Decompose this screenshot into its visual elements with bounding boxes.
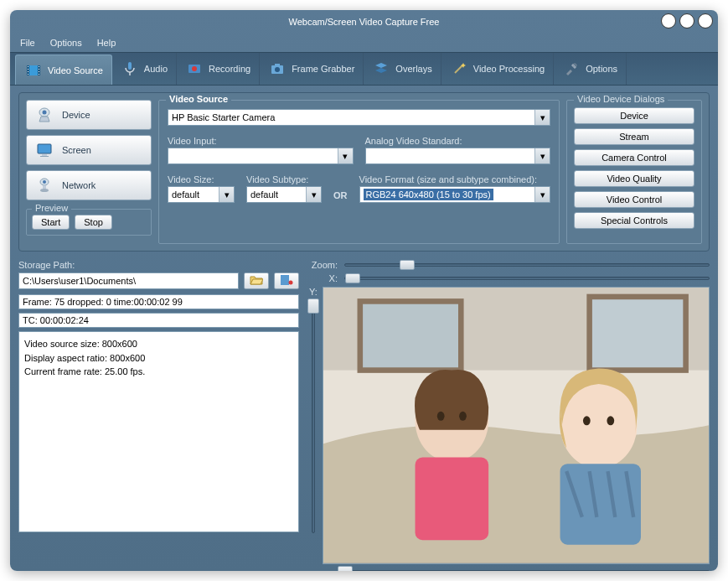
device-button[interactable]: Device (26, 100, 152, 130)
svg-rect-9 (39, 71, 39, 72)
button-label: Screen (62, 145, 91, 155)
x-label: X: (307, 273, 338, 283)
video-subtype-label: Video Subtype: (246, 174, 322, 184)
slider-thumb[interactable] (400, 260, 415, 270)
dialog-device-button[interactable]: Device (574, 107, 694, 124)
dialog-special-controls-button[interactable]: Special Controls (574, 212, 694, 229)
source-column: Device Screen Network Preview Start Stop (26, 100, 152, 244)
bottom-area: Storage Path: Frame: 75 dropped: 0 time:… (18, 260, 710, 571)
close-button[interactable]: ✕ (698, 13, 713, 29)
svg-rect-10 (39, 74, 39, 75)
chevron-down-icon: ▾ (534, 110, 550, 125)
svg-rect-11 (128, 62, 132, 70)
svg-point-28 (40, 189, 49, 192)
tab-label: Audio (144, 64, 168, 74)
dialog-video-control-button[interactable]: Video Control (574, 191, 694, 208)
video-format-combo[interactable]: RGB24 640x480 (15 to 30 fps) ▾ (359, 186, 551, 203)
minimize-button[interactable]: – (661, 13, 676, 29)
svg-rect-34 (590, 297, 686, 371)
svg-point-16 (275, 67, 280, 72)
y-label: Y: (309, 287, 318, 297)
zoom-slider[interactable] (344, 263, 710, 267)
tab-overlays[interactable]: Overlays (364, 53, 441, 85)
folder-open-icon (250, 274, 263, 288)
dialog-camera-control-button[interactable]: Camera Control (574, 149, 694, 166)
svg-point-36 (437, 412, 445, 421)
slider-thumb[interactable] (307, 298, 319, 314)
svg-rect-8 (39, 69, 39, 70)
combo-value: default (172, 189, 199, 200)
record-to-file-button[interactable] (274, 272, 299, 289)
dialog-video-quality-button[interactable]: Video Quality (574, 170, 694, 187)
preview-start-button[interactable]: Start (32, 215, 70, 230)
top-panel: Device Screen Network Preview Start Stop (18, 92, 710, 252)
video-size-combo[interactable]: default ▾ (168, 186, 235, 203)
chevron-down-icon: ▾ (338, 148, 353, 163)
slider-thumb[interactable] (345, 273, 360, 283)
x-slider[interactable] (344, 277, 710, 280)
menu-help[interactable]: Help (97, 38, 116, 48)
video-input-combo[interactable]: ▾ (168, 148, 354, 164)
menu-options[interactable]: Options (50, 38, 82, 48)
video-input-label: Video Input: (168, 136, 354, 146)
menubar: File Options Help (10, 34, 718, 52)
video-source-fieldset: Video Source HP Basic Starter Camera ▾ V… (158, 100, 560, 244)
chevron-down-icon: ▾ (534, 148, 550, 163)
svg-point-40 (583, 416, 591, 425)
chevron-down-icon: ▾ (534, 187, 550, 202)
log-box: Video source size: 800x600 Display aspec… (18, 331, 299, 532)
app-window: Webcam/Screen Video Capture Free – ▢ ✕ F… (10, 10, 718, 571)
window-controls: – ▢ ✕ (661, 13, 713, 29)
analog-standard-combo[interactable]: ▾ (365, 148, 551, 164)
svg-rect-3 (28, 66, 28, 67)
svg-point-37 (459, 412, 467, 421)
video-subtype-combo[interactable]: default ▾ (246, 186, 322, 203)
network-button[interactable]: Network (26, 170, 152, 200)
tab-label: Video Processing (473, 64, 545, 74)
tab-label: Overlays (395, 64, 431, 74)
maximize-button[interactable]: ▢ (679, 13, 694, 29)
video-format-label: Video Format (size and subtype combined)… (359, 174, 551, 184)
x-scroll-slider[interactable] (338, 566, 710, 571)
content-area: Device Screen Network Preview Start Stop (10, 86, 718, 571)
menu-file[interactable]: File (20, 38, 35, 48)
monitor-icon (35, 141, 54, 159)
svg-rect-5 (28, 71, 28, 72)
storage-path-label: Storage Path: (18, 260, 299, 270)
or-label: OR (333, 190, 348, 203)
dialog-stream-button[interactable]: Stream (574, 128, 694, 145)
svg-rect-29 (281, 275, 289, 285)
video-preview (323, 287, 710, 564)
titlebar: Webcam/Screen Video Capture Free – ▢ ✕ (10, 10, 718, 34)
preview-stop-button[interactable]: Stop (75, 215, 112, 230)
svg-rect-7 (39, 66, 39, 67)
tab-label: Options (586, 64, 617, 74)
film-record-icon (280, 274, 293, 288)
preview-legend: Preview (32, 203, 71, 213)
y-slider[interactable] (307, 298, 319, 533)
combo-value: HP Basic Starter Camera (172, 112, 275, 122)
svg-point-30 (289, 281, 293, 285)
tab-options[interactable]: Options (554, 53, 627, 85)
tab-label: Recording (209, 64, 250, 74)
screen-button[interactable]: Screen (26, 135, 152, 165)
tab-recording[interactable]: Recording (177, 53, 260, 85)
video-source-legend: Video Source (166, 94, 231, 104)
tab-audio[interactable]: Audio (112, 53, 177, 85)
log-line: Video source size: 800x600 (24, 337, 293, 351)
svg-point-41 (607, 416, 614, 425)
device-combo[interactable]: HP Basic Starter Camera ▾ (168, 109, 550, 126)
tab-video-source[interactable]: Video Source (15, 54, 112, 85)
layers-icon (372, 60, 390, 78)
log-line: Display aspect ratio: 800x600 (24, 351, 293, 366)
camera-icon (268, 60, 287, 78)
svg-rect-23 (42, 154, 47, 156)
tab-video-processing[interactable]: Video Processing (441, 53, 554, 85)
webcam-icon (35, 106, 54, 124)
tab-frame-grabber[interactable]: Frame Grabber (260, 53, 364, 85)
svg-rect-24 (40, 156, 49, 157)
storage-path-input[interactable] (18, 272, 239, 289)
slider-thumb[interactable] (338, 566, 353, 571)
dialogs-legend: Video Device Dialogs (574, 94, 668, 104)
browse-button[interactable] (244, 272, 269, 289)
